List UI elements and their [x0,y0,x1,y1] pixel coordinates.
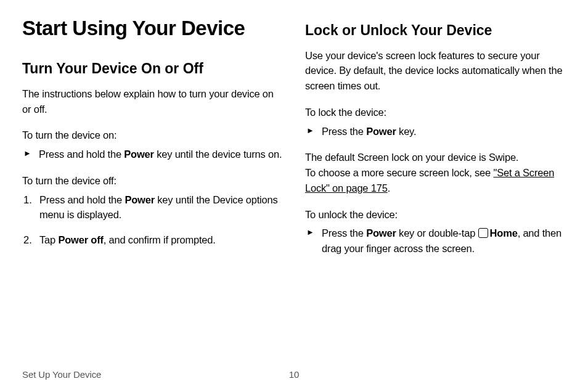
text-fragment: key until the device turns on. [154,149,282,160]
text-fragment: Press the [322,126,366,137]
unlock-text: Press the Power key or double-tap Home, … [322,226,566,256]
triangle-bullet-icon: ► [306,226,314,240]
heading-turn-on-off: Turn Your Device On or Off [22,60,283,78]
power-off-label: Power off [58,234,103,245]
turn-on-bullet: ► Press and hold the Power key until the… [22,147,283,162]
text-fragment: , and confirm if prompted. [104,234,216,245]
triangle-bullet-icon: ► [306,124,314,138]
page-content: Start Using Your Device Turn Your Device… [22,17,566,267]
lock-bullet: ► Press the Power key. [305,124,566,139]
power-key-label: Power [366,227,396,239]
text-fragment: Press and hold the [39,149,124,160]
text-fragment: key or double-tap [396,227,478,239]
heading-lock-unlock: Lock or Unlock Your Device [305,22,566,39]
turn-on-text: Press and hold the Power key until the d… [39,147,282,162]
power-key-label: Power [366,126,396,137]
home-key-label: Home [490,227,518,239]
text-fragment: key. [396,126,417,137]
page-number: 10 [289,369,300,380]
swipe-info: The default Screen lock on your device i… [305,150,566,195]
text-fragment: Press and hold the [39,194,125,205]
unlock-bullet: ► Press the Power key or double-tap Home… [305,226,566,256]
text-fragment: Tap [39,234,58,245]
step-number: 1. [23,192,32,208]
turn-on-lead: To turn the device on: [22,128,283,143]
step-number: 2. [23,232,32,248]
page-title: Start Using Your Device [22,17,283,39]
home-button-icon [478,228,488,238]
step-2-text: Tap Power off, and confirm if prompted. [39,232,216,248]
lock-intro: Use your device's screen lock features t… [305,48,566,94]
right-column: Lock or Unlock Your Device Use your devi… [305,17,566,267]
power-key-label: Power [125,194,155,205]
step-1-text: Press and hold the Power key until the D… [39,192,283,223]
text-fragment: The default Screen lock on your device i… [305,152,518,163]
left-column: Start Using Your Device Turn Your Device… [22,17,283,267]
unlock-lead: To unlock the device: [305,207,566,223]
power-key-label: Power [124,149,154,160]
text-fragment: Press the [322,227,366,239]
lock-text: Press the Power key. [322,124,416,139]
footer-section-label: Set Up Your Device [22,369,101,380]
turn-off-lead: To turn the device off: [22,173,283,189]
text-fragment: To choose a more secure screen lock, see [305,167,493,178]
lock-lead: To lock the device: [305,105,566,120]
page-footer: Set Up Your Device 10 [22,369,566,380]
step-2: 2. Tap Power off, and confirm if prompte… [22,232,283,248]
text-fragment: . [388,182,390,194]
step-1: 1. Press and hold the Power key until th… [22,192,283,223]
intro-text: The instructions below explain how to tu… [22,86,283,117]
triangle-bullet-icon: ► [23,147,31,161]
